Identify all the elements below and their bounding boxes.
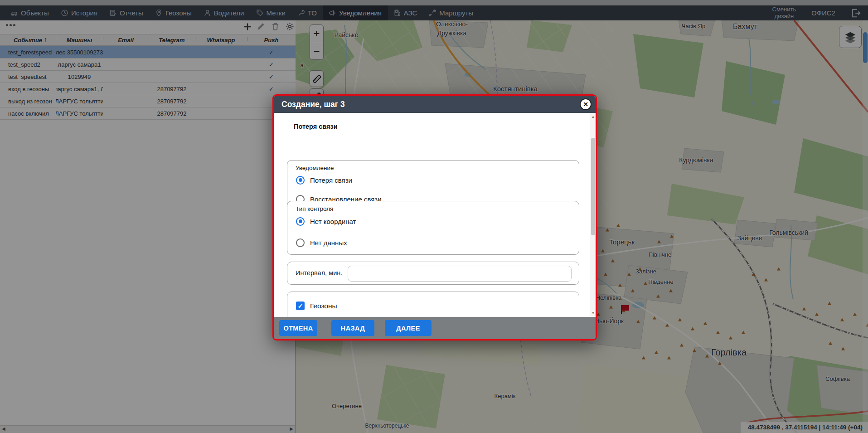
dialog-body: Потеря связи Уведомление Потеря связи Во… [274, 113, 596, 317]
radio-checked-icon[interactable] [296, 217, 305, 226]
interval-label: Интервал, мин. [296, 269, 342, 277]
radio-checked-icon[interactable] [296, 176, 305, 185]
geozones-group: ✓ Геозоны [287, 292, 579, 317]
radio-option-no-coords[interactable]: Нет координат [296, 216, 356, 227]
scroll-up-icon[interactable]: ▲ [590, 115, 596, 119]
radio-option-loss[interactable]: Потеря связи [296, 175, 352, 185]
radio-label: Нет координат [310, 218, 356, 225]
group-label: Уведомление [296, 165, 334, 171]
dialog-titlebar: Создание, шаг 3 ✕ [274, 96, 596, 113]
dialog-subtitle: Потеря связи [294, 123, 338, 130]
dialog-scrollbar[interactable]: ▲ ▼ [590, 113, 596, 317]
interval-group: Интервал, мин. [287, 262, 579, 285]
next-button[interactable]: ДАЛЕЕ [385, 320, 432, 336]
geozones-label: Геозоны [310, 302, 337, 310]
scroll-down-icon[interactable]: ▼ [590, 311, 596, 315]
scrollbar-thumb[interactable] [591, 138, 595, 235]
radio-label: Потеря связи [310, 176, 352, 184]
group-label: Тип контроля [296, 205, 333, 212]
back-button[interactable]: НАЗАД [331, 320, 374, 336]
radio-label: Нет данных [310, 239, 347, 247]
cancel-button[interactable]: ОТМЕНА [279, 320, 317, 336]
application-window: ОбъектыИсторияОтчетыГеозоныВодителиМетки… [0, 0, 868, 433]
checkbox-checked-icon[interactable]: ✓ [296, 302, 305, 310]
radio-unchecked-icon[interactable] [296, 238, 305, 247]
interval-input[interactable] [348, 266, 572, 282]
dialog-footer: ОТМЕНА НАЗАД ДАЛЕЕ [274, 317, 596, 339]
radio-option-no-data[interactable]: Нет данных [296, 237, 347, 248]
dialog-title: Создание, шаг 3 [281, 96, 345, 113]
close-icon[interactable]: ✕ [580, 98, 592, 110]
control-type-group: Тип контроля Нет координат Нет данных [287, 201, 579, 255]
create-notification-dialog: Создание, шаг 3 ✕ Потеря связи Уведомлен… [272, 94, 597, 341]
